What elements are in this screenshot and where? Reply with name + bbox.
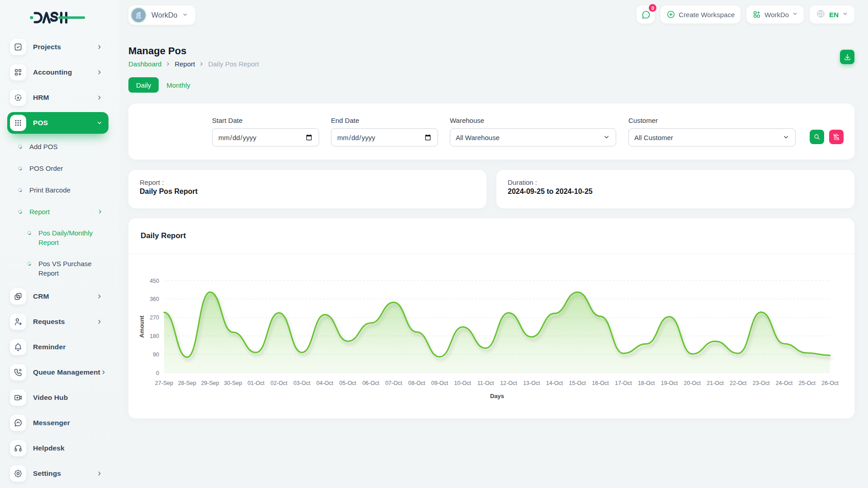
svg-text:06-Oct: 06-Oct [362,380,379,386]
breadcrumb-report[interactable]: Report [175,61,195,67]
svg-text:08-Oct: 08-Oct [408,380,425,386]
customer-label: Customer [628,117,796,124]
svg-text:180: 180 [150,333,159,339]
page-title: Manage Pos [128,32,854,56]
topbar: WorkDo 0 Create Workspace Wor [119,0,868,32]
sidebar-item-queue-management[interactable]: Queue Management [7,361,108,383]
sidebar-item-settings[interactable]: Settings [7,463,108,484]
app-logo[interactable] [0,0,119,36]
topbar-actions: 0 Create Workspace WorkDo [637,5,854,23]
svg-text:05-Oct: 05-Oct [340,380,357,386]
sidebar-subitem-label: Pos VS Purchase Report [38,259,97,278]
chevron-down-icon [182,11,188,19]
sidebar-subitem-add-pos[interactable]: Add POS [7,136,119,157]
download-button[interactable] [840,50,854,64]
svg-text:26-Oct: 26-Oct [821,380,839,386]
sidebar-item-hrm[interactable]: HRM [7,87,108,108]
download-icon [844,53,851,61]
disc-icon [17,144,23,149]
sidebar-item-pos[interactable]: POS [7,112,108,134]
sidebar-item-crm[interactable]: CRM [7,286,108,307]
main-content: Manage Pos Dashboard Report Daily Pos Re… [119,32,868,418]
breadcrumb-dashboard[interactable]: Dashboard [128,61,161,67]
workdo-menu-button[interactable]: WorkDo [746,5,804,23]
chevron-right-icon [96,44,103,50]
bell-icon-box [10,339,26,355]
duration-card-label: Duration : [508,178,843,186]
svg-text:13-Oct: 13-Oct [523,380,540,386]
sidebar-item-label: CRM [33,292,96,300]
square-check-icon-box [10,39,26,55]
report-card: Report : Daily Pos Report [128,170,486,208]
report-card-label: Report : [140,178,475,186]
svg-text:15-Oct: 15-Oct [569,380,586,386]
chart-title: Daily Report [141,231,186,240]
apply-filter-button[interactable] [810,130,824,144]
building-icon [134,11,143,19]
sidebar-item-video-hub[interactable]: Video Hub [7,387,108,408]
workspace-selector[interactable]: WorkDo [128,5,195,25]
svg-text:02-Oct: 02-Oct [270,380,288,386]
sidebar-item-label: Reminder [33,343,108,351]
breadcrumb-current: Daily Pos Report [208,61,259,67]
sidebar-item-helpdesk[interactable]: Helpdesk [7,437,108,459]
svg-text:28-Sep: 28-Sep [178,380,196,386]
svg-text:90: 90 [153,352,159,358]
warehouse-select[interactable]: All Warehouse [450,128,616,146]
svg-text:270: 270 [150,314,159,321]
chevron-down-icon [96,120,103,126]
tab-monthly[interactable]: Monthly [166,81,190,89]
svg-text:18-Oct: 18-Oct [638,380,655,386]
grid-dots-icon [14,118,23,127]
svg-text:09-Oct: 09-Oct [431,380,448,386]
sidebar-subitem-label: Report [29,207,50,216]
dash-logo-icon [30,11,86,24]
chart-card-header: Daily Report [128,218,854,254]
sidebar-item-messenger[interactable]: Messenger [7,412,108,434]
sidebar-item-requests[interactable]: Requests [7,311,108,333]
end-date-field: End Date [331,117,438,146]
video-icon-box [10,389,26,406]
chevron-down-icon [792,10,798,19]
sidebar-item-accounting[interactable]: Accounting [7,61,108,83]
start-date-input[interactable] [212,128,319,146]
message-icon [14,418,23,427]
customer-select[interactable]: All Customer [628,128,796,146]
sidebar-subitem-pos-order[interactable]: POS Order [7,157,119,179]
sidebar-item-label: Queue Management [33,368,100,376]
sidebar-nav: ProjectsAccountingHRMPOSAdd POSPOS Order… [0,36,119,484]
sidebar-subitem-report[interactable]: Report [7,201,119,222]
chevron-right-icon [165,61,170,66]
sidebar-subitem-print-barcode[interactable]: Print Barcode [7,179,119,201]
trash-off-icon [833,133,840,141]
svg-text:30-Sep: 30-Sep [224,380,242,386]
headset-icon [14,444,23,453]
reset-filter-button[interactable] [829,130,844,144]
sidebar-item-label: Video Hub [33,394,108,402]
phone-call-icon-box [10,364,26,380]
svg-text:29-Sep: 29-Sep [201,380,219,386]
sidebar-item-label: Settings [33,469,96,478]
language-selector[interactable]: EN [810,5,854,23]
chevron-right-icon [97,209,103,215]
end-date-input[interactable] [331,128,438,146]
sidebar-item-label: HRM [33,94,96,102]
grid-dots-icon-box [10,115,26,131]
workdo-menu-label: WorkDo [764,11,789,19]
tab-daily[interactable]: Daily [128,77,159,93]
disc-icon [17,165,23,171]
sidebar-item-reminder[interactable]: Reminder [7,336,108,358]
sidebar-item-projects[interactable]: Projects [7,36,108,58]
page-head: Manage Pos Dashboard Report Daily Pos Re… [128,32,854,67]
chat-button[interactable]: 0 [637,5,655,23]
sidebar-subitem-label: Print Barcode [29,185,71,195]
svg-text:11-Oct: 11-Oct [477,380,494,386]
daily-report-chart-card: Daily Report 09018027036045027-Sep28-Sep… [128,218,854,418]
sidebar-subitem-pos-vs-purchase-report[interactable]: Pos VS Purchase Report [7,253,119,284]
create-workspace-button[interactable]: Create Workspace [660,5,741,23]
sidebar-subitem-pos-daily-monthly-report[interactable]: Pos Daily/Monthly Report [7,222,119,253]
daily-report-chart: 09018027036045027-Sep28-Sep29-Sep30-Sep0… [128,254,854,418]
grid-plus-icon [752,10,761,19]
svg-text:04-Oct: 04-Oct [316,380,334,386]
svg-text:27-Sep: 27-Sep [155,380,173,386]
